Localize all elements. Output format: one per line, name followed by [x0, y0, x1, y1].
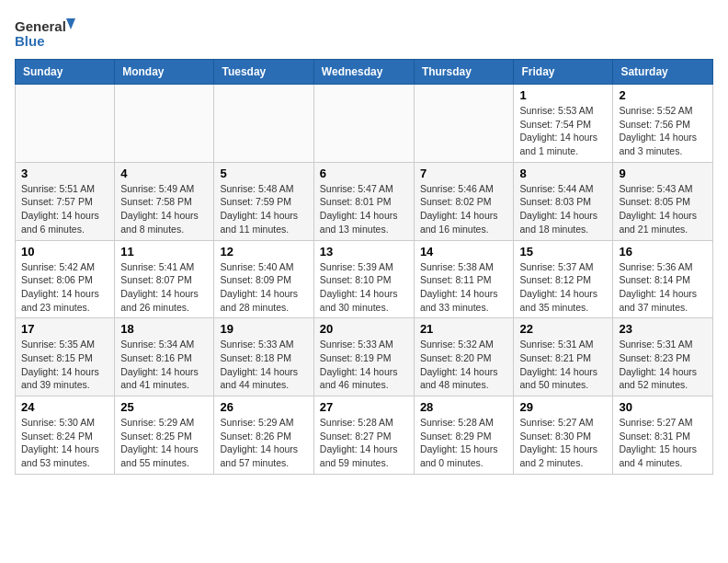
day-number: 26	[220, 400, 307, 414]
day-info: Sunrise: 5:49 AM Sunset: 7:58 PM Dayligh…	[120, 182, 208, 236]
day-number: 29	[519, 400, 607, 414]
calendar-cell: 15Sunrise: 5:37 AM Sunset: 8:12 PM Dayli…	[514, 240, 613, 318]
day-number: 18	[120, 322, 208, 336]
day-info: Sunrise: 5:43 AM Sunset: 8:05 PM Dayligh…	[619, 182, 707, 236]
weekday-header-thursday: Thursday	[414, 60, 514, 85]
day-info: Sunrise: 5:37 AM Sunset: 8:12 PM Dayligh…	[519, 260, 607, 315]
day-info: Sunrise: 5:32 AM Sunset: 8:20 PM Dayligh…	[420, 338, 508, 392]
calendar-cell: 10Sunrise: 5:42 AM Sunset: 8:06 PM Dayli…	[16, 240, 115, 318]
day-number: 28	[420, 400, 508, 414]
day-number: 14	[420, 245, 508, 259]
day-number: 15	[519, 245, 607, 259]
day-number: 1	[519, 88, 607, 102]
day-number: 25	[120, 400, 208, 414]
week-row-1: 1Sunrise: 5:53 AM Sunset: 7:54 PM Daylig…	[16, 85, 713, 163]
day-info: Sunrise: 5:51 AM Sunset: 7:57 PM Dayligh…	[21, 182, 108, 236]
calendar-cell: 1Sunrise: 5:53 AM Sunset: 7:54 PM Daylig…	[514, 85, 613, 163]
svg-text:Blue: Blue	[15, 33, 45, 49]
weekday-header-saturday: Saturday	[613, 60, 713, 85]
calendar-cell: 14Sunrise: 5:38 AM Sunset: 8:11 PM Dayli…	[414, 240, 514, 318]
day-number: 27	[320, 400, 408, 414]
day-number: 24	[21, 400, 108, 414]
day-number: 12	[220, 245, 307, 259]
weekday-header-friday: Friday	[514, 60, 613, 85]
calendar-cell: 12Sunrise: 5:40 AM Sunset: 8:09 PM Dayli…	[214, 240, 313, 318]
calendar-cell: 27Sunrise: 5:28 AM Sunset: 8:27 PM Dayli…	[313, 396, 414, 475]
day-number: 2	[619, 88, 707, 102]
day-info: Sunrise: 5:41 AM Sunset: 8:07 PM Dayligh…	[120, 260, 208, 315]
calendar-cell: 17Sunrise: 5:35 AM Sunset: 8:15 PM Dayli…	[16, 318, 115, 396]
calendar-cell: 25Sunrise: 5:29 AM Sunset: 8:25 PM Dayli…	[115, 396, 214, 475]
calendar-cell: 18Sunrise: 5:34 AM Sunset: 8:16 PM Dayli…	[115, 318, 214, 396]
day-info: Sunrise: 5:47 AM Sunset: 8:01 PM Dayligh…	[320, 182, 408, 236]
logo-svg: GeneralBlue	[15, 15, 79, 52]
day-number: 23	[619, 322, 707, 336]
day-number: 13	[320, 245, 408, 259]
day-info: Sunrise: 5:27 AM Sunset: 8:31 PM Dayligh…	[619, 416, 707, 470]
calendar-cell: 26Sunrise: 5:29 AM Sunset: 8:26 PM Dayli…	[214, 396, 313, 475]
day-number: 6	[320, 167, 408, 180]
weekday-header-row: SundayMondayTuesdayWednesdayThursdayFrid…	[16, 60, 713, 85]
day-number: 20	[320, 322, 408, 336]
calendar-cell: 21Sunrise: 5:32 AM Sunset: 8:20 PM Dayli…	[414, 318, 514, 396]
calendar-cell: 9Sunrise: 5:43 AM Sunset: 8:05 PM Daylig…	[613, 162, 713, 240]
calendar-cell: 6Sunrise: 5:47 AM Sunset: 8:01 PM Daylig…	[313, 162, 414, 240]
day-number: 11	[120, 245, 208, 259]
weekday-header-monday: Monday	[115, 60, 214, 85]
calendar-cell	[115, 85, 214, 163]
day-number: 5	[220, 167, 307, 180]
calendar-cell: 24Sunrise: 5:30 AM Sunset: 8:24 PM Dayli…	[16, 396, 115, 475]
logo: GeneralBlue	[15, 15, 79, 52]
calendar-cell	[214, 85, 313, 163]
calendar-cell: 20Sunrise: 5:33 AM Sunset: 8:19 PM Dayli…	[313, 318, 414, 396]
calendar-cell: 13Sunrise: 5:39 AM Sunset: 8:10 PM Dayli…	[313, 240, 414, 318]
calendar-cell: 7Sunrise: 5:46 AM Sunset: 8:02 PM Daylig…	[414, 162, 514, 240]
week-row-5: 24Sunrise: 5:30 AM Sunset: 8:24 PM Dayli…	[16, 396, 713, 475]
weekday-header-wednesday: Wednesday	[313, 60, 414, 85]
day-info: Sunrise: 5:31 AM Sunset: 8:23 PM Dayligh…	[619, 338, 707, 392]
calendar-cell	[414, 85, 514, 163]
day-info: Sunrise: 5:39 AM Sunset: 8:10 PM Dayligh…	[320, 260, 408, 315]
day-info: Sunrise: 5:28 AM Sunset: 8:29 PM Dayligh…	[420, 416, 508, 470]
day-info: Sunrise: 5:52 AM Sunset: 7:56 PM Dayligh…	[619, 104, 707, 158]
svg-marker-1	[66, 18, 75, 29]
calendar-cell: 29Sunrise: 5:27 AM Sunset: 8:30 PM Dayli…	[514, 396, 613, 475]
day-info: Sunrise: 5:30 AM Sunset: 8:24 PM Dayligh…	[21, 416, 108, 470]
header: GeneralBlue	[15, 15, 713, 52]
calendar-cell: 30Sunrise: 5:27 AM Sunset: 8:31 PM Dayli…	[613, 396, 713, 475]
calendar-cell: 4Sunrise: 5:49 AM Sunset: 7:58 PM Daylig…	[115, 162, 214, 240]
week-row-3: 10Sunrise: 5:42 AM Sunset: 8:06 PM Dayli…	[16, 240, 713, 318]
day-number: 7	[420, 167, 508, 180]
day-info: Sunrise: 5:42 AM Sunset: 8:06 PM Dayligh…	[21, 260, 108, 315]
calendar-cell: 19Sunrise: 5:33 AM Sunset: 8:18 PM Dayli…	[214, 318, 313, 396]
day-number: 21	[420, 322, 508, 336]
svg-text:General: General	[15, 18, 66, 34]
day-info: Sunrise: 5:48 AM Sunset: 7:59 PM Dayligh…	[220, 182, 307, 236]
day-info: Sunrise: 5:33 AM Sunset: 8:18 PM Dayligh…	[220, 338, 307, 392]
day-number: 4	[120, 167, 208, 180]
day-number: 16	[619, 245, 707, 259]
day-number: 22	[519, 322, 607, 336]
calendar-cell: 23Sunrise: 5:31 AM Sunset: 8:23 PM Dayli…	[613, 318, 713, 396]
weekday-header-sunday: Sunday	[16, 60, 115, 85]
day-number: 9	[619, 167, 707, 180]
week-row-2: 3Sunrise: 5:51 AM Sunset: 7:57 PM Daylig…	[16, 162, 713, 240]
calendar-cell: 22Sunrise: 5:31 AM Sunset: 8:21 PM Dayli…	[514, 318, 613, 396]
day-info: Sunrise: 5:34 AM Sunset: 8:16 PM Dayligh…	[120, 338, 208, 392]
day-info: Sunrise: 5:33 AM Sunset: 8:19 PM Dayligh…	[320, 338, 408, 392]
day-info: Sunrise: 5:46 AM Sunset: 8:02 PM Dayligh…	[420, 182, 508, 236]
day-number: 8	[519, 167, 607, 180]
day-info: Sunrise: 5:38 AM Sunset: 8:11 PM Dayligh…	[420, 260, 508, 315]
calendar-cell: 3Sunrise: 5:51 AM Sunset: 7:57 PM Daylig…	[16, 162, 115, 240]
weekday-header-tuesday: Tuesday	[214, 60, 313, 85]
calendar-cell: 2Sunrise: 5:52 AM Sunset: 7:56 PM Daylig…	[613, 85, 713, 163]
calendar-cell: 11Sunrise: 5:41 AM Sunset: 8:07 PM Dayli…	[115, 240, 214, 318]
calendar-cell: 28Sunrise: 5:28 AM Sunset: 8:29 PM Dayli…	[414, 396, 514, 475]
day-info: Sunrise: 5:27 AM Sunset: 8:30 PM Dayligh…	[519, 416, 607, 470]
calendar-cell: 16Sunrise: 5:36 AM Sunset: 8:14 PM Dayli…	[613, 240, 713, 318]
day-info: Sunrise: 5:36 AM Sunset: 8:14 PM Dayligh…	[619, 260, 707, 315]
day-number: 19	[220, 322, 307, 336]
day-number: 10	[21, 245, 108, 259]
calendar: SundayMondayTuesdayWednesdayThursdayFrid…	[15, 59, 713, 475]
calendar-cell	[313, 85, 414, 163]
